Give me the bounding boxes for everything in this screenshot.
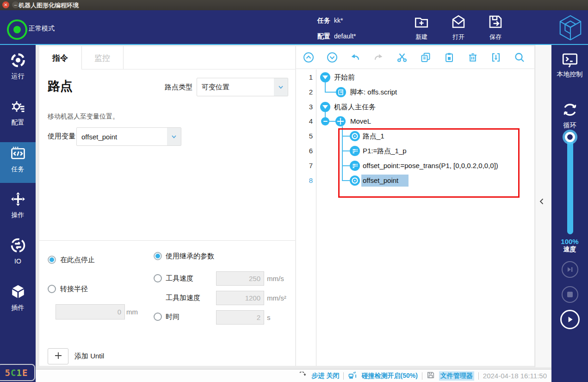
blend-radius-label: 转接半径 <box>60 284 88 294</box>
tree-row[interactable]: 机器人主任务 <box>334 102 376 112</box>
file-manager-button[interactable]: 文件管理器 <box>439 371 474 381</box>
inherit-params-radio[interactable] <box>154 252 162 260</box>
stop-at-point-radio[interactable] <box>48 256 56 264</box>
stop-button[interactable] <box>562 286 578 303</box>
tree-row[interactable]: 开始前 <box>334 73 355 82</box>
tool-accel-input[interactable]: 1200 <box>216 291 264 305</box>
collapse-node-icon[interactable] <box>320 72 330 82</box>
program-tree-panel <box>296 46 534 366</box>
blend-radius-radio[interactable] <box>48 285 56 293</box>
waypoint-type-value: 可变位置 <box>197 83 274 92</box>
line-number: 4 <box>297 117 313 126</box>
paste-button[interactable] <box>444 52 455 65</box>
time-radio[interactable] <box>154 313 162 321</box>
tab-monitor[interactable]: 监控 <box>81 46 123 69</box>
waypoint-type-select[interactable]: 可变位置 <box>197 78 288 96</box>
minimize-icon[interactable]: – <box>12 1 19 8</box>
close-icon[interactable]: ✕ <box>2 1 9 8</box>
use-variable-select[interactable]: offset_point <box>76 127 181 146</box>
config-value: default* <box>334 32 356 40</box>
collision-detect-status[interactable]: 碰撞检测开启(50%) <box>361 372 417 380</box>
sidebar-item-plugin[interactable]: 插件 <box>0 283 36 323</box>
line-number: 2 <box>297 88 313 97</box>
collapse-left-icon <box>538 198 545 207</box>
sidebar-item-operate[interactable]: 操作 <box>0 191 36 231</box>
tab-monitor-label: 监控 <box>94 53 110 63</box>
brand-logo-icon <box>558 14 583 43</box>
tab-instruction[interactable]: 指令 <box>39 46 81 69</box>
line-number: 5 <box>297 132 313 141</box>
waypoint-type-label: 路点类型 <box>165 82 192 92</box>
collapse-minus-icon[interactable] <box>321 117 329 125</box>
collapse-node-icon[interactable] <box>320 102 330 112</box>
sidebar-item-label: 运行 <box>0 72 36 81</box>
sidebar-item-run[interactable]: 运行 <box>0 52 36 92</box>
open-task-label: 打开 <box>444 33 473 41</box>
redo-button[interactable] <box>373 52 384 65</box>
play-button[interactable] <box>560 310 580 329</box>
panel-collapse-strip[interactable] <box>535 45 551 367</box>
sidebar-item-label: 任务 <box>0 165 36 174</box>
time-value: 2 <box>257 313 260 321</box>
search-icon[interactable] <box>514 52 525 65</box>
time-input[interactable]: 2 <box>216 310 264 325</box>
tree-row[interactable]: 脚本: offs.script <box>350 88 397 97</box>
sidebar-item-config[interactable]: 配置 <box>0 98 36 138</box>
speed-label: 速度 <box>551 245 588 254</box>
new-task-button[interactable]: 新建 <box>407 13 436 41</box>
sidebar-item-task[interactable]: 任务 <box>0 142 36 183</box>
script-node-icon[interactable] <box>336 87 346 97</box>
device-code-badge: 5C1E <box>0 364 35 381</box>
new-file-icon <box>413 24 430 31</box>
blend-radius-input[interactable]: 0 <box>56 304 125 319</box>
line-number: 7 <box>297 161 313 170</box>
plugin-icon <box>10 294 26 301</box>
run-icon <box>10 62 26 70</box>
stop-at-point-label: 在此点停止 <box>60 255 95 264</box>
mode-indicator-icon <box>7 19 27 40</box>
cut-button[interactable] <box>396 52 408 65</box>
move-up-button[interactable] <box>303 52 314 65</box>
tool-speed-unit: mm/s <box>267 275 284 282</box>
save-icon <box>487 24 504 31</box>
local-control-label: 本地控制 <box>551 70 588 79</box>
sidebar-item-label: IO <box>0 257 36 265</box>
line-number: 1 <box>297 73 313 82</box>
window-title: 机器人图形化编程环境 <box>19 1 79 10</box>
sidebar-item-label: 操作 <box>0 211 36 219</box>
copy-button[interactable] <box>420 52 431 65</box>
delete-button[interactable] <box>467 52 478 65</box>
save-task-button[interactable]: 保存 <box>481 13 510 41</box>
app-window: ✕ – 机器人图形化编程环境 正常模式 任务 kk* 配置 default* 新… <box>0 0 588 382</box>
new-task-label: 新建 <box>407 33 436 41</box>
description-text: 移动机器人至变量位置。 <box>48 113 119 121</box>
sidebar-item-io[interactable]: IO <box>0 237 36 277</box>
add-until-button[interactable] <box>48 348 68 364</box>
loop-button[interactable]: 循环 <box>551 101 588 130</box>
undo-button[interactable] <box>350 52 361 65</box>
line-number: 6 <box>297 146 313 156</box>
move-node-icon[interactable] <box>335 116 346 126</box>
local-control-button[interactable]: 本地控制 <box>551 52 588 79</box>
step-mode-status[interactable]: 步进 关闭 <box>312 372 340 380</box>
step-run-button[interactable] <box>562 261 578 278</box>
speed-slider-handle[interactable] <box>565 132 575 142</box>
page-title: 路点 <box>48 78 73 94</box>
loop-label: 循环 <box>551 121 588 130</box>
tree-row[interactable]: MoveL <box>350 117 371 126</box>
add-until-label: 添加 Until <box>74 351 104 361</box>
open-task-button[interactable]: 打开 <box>444 13 473 41</box>
tab-instruction-label: 指令 <box>52 53 68 63</box>
open-file-icon <box>450 24 467 31</box>
config-label: 配置 <box>317 32 330 41</box>
collision-detect-icon <box>348 370 357 381</box>
tool-speed-input[interactable]: 250 <box>216 271 264 286</box>
insert-button[interactable] <box>490 52 501 65</box>
operate-icon <box>10 201 26 209</box>
move-down-button[interactable] <box>327 52 338 65</box>
sidebar-item-label: 插件 <box>0 304 36 312</box>
speed-slider[interactable] <box>567 136 573 234</box>
line-number: 8 <box>297 176 313 185</box>
tool-speed-radio[interactable] <box>154 274 162 282</box>
blend-radius-value: 0 <box>118 308 121 316</box>
